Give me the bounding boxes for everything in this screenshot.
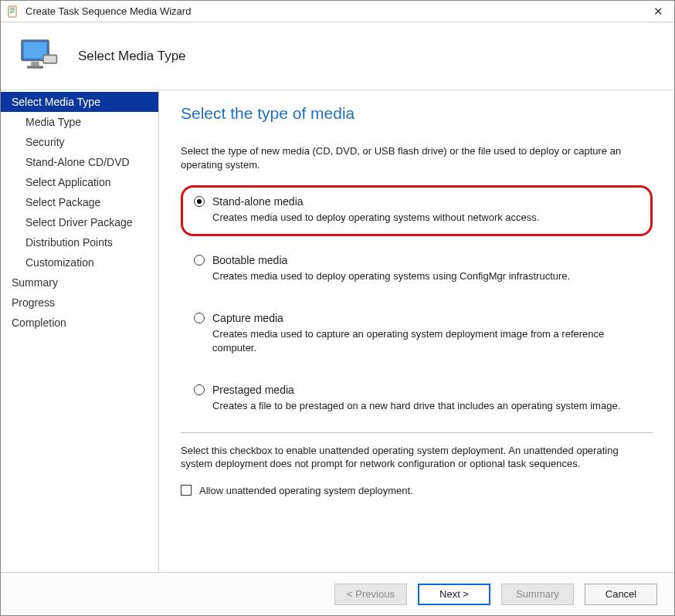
option-prestaged[interactable]: Prestaged media Creates a file to be pre…: [181, 374, 653, 425]
option-bootable-label: Bootable media: [212, 254, 287, 266]
step-select-media-type[interactable]: Select Media Type: [1, 92, 158, 112]
step-media-type[interactable]: Media Type: [1, 112, 158, 132]
wizard-footer: < Previous Next > Summary Cancel: [1, 572, 674, 615]
content-heading: Select the type of media: [181, 104, 653, 123]
option-prestaged-desc: Creates a file to be prestaged on a new …: [212, 399, 639, 413]
svg-rect-2: [10, 9, 15, 10]
radio-prestaged[interactable]: [194, 384, 205, 395]
option-prestaged-label: Prestaged media: [212, 384, 294, 396]
step-select-application[interactable]: Select Application: [1, 172, 158, 192]
close-button[interactable]: ✕: [649, 3, 668, 20]
radio-bootable[interactable]: [194, 255, 205, 266]
summary-button: Summary: [501, 584, 574, 605]
step-progress[interactable]: Progress: [1, 293, 158, 313]
option-standalone-desc: Creates media used to deploy operating s…: [212, 211, 639, 225]
wizard-steps-sidebar: Select Media Type Media Type Security St…: [1, 90, 159, 572]
wizard-doc-icon: [7, 5, 19, 18]
svg-rect-4: [10, 12, 13, 13]
step-standalone-cd-dvd[interactable]: Stand-Alone CD/DVD: [1, 152, 158, 172]
option-standalone-label: Stand-alone media: [212, 195, 304, 208]
next-button[interactable]: Next >: [418, 584, 490, 605]
previous-button: < Previous: [334, 584, 407, 605]
step-select-package[interactable]: Select Package: [1, 192, 158, 212]
media-type-radio-group: Stand-alone media Creates media used to …: [181, 185, 653, 425]
cancel-button[interactable]: Cancel: [585, 584, 657, 605]
step-distribution-points[interactable]: Distribution Points: [1, 232, 158, 252]
unattended-label: Allow unattended operating system deploy…: [199, 485, 413, 496]
radio-standalone[interactable]: [194, 196, 205, 207]
svg-rect-7: [31, 62, 39, 66]
step-completion[interactable]: Completion: [1, 313, 158, 333]
svg-rect-9: [43, 55, 57, 63]
unattended-checkbox[interactable]: [181, 485, 192, 496]
body-area: Select Media Type Media Type Security St…: [1, 90, 674, 572]
step-security[interactable]: Security: [1, 132, 158, 152]
step-customization[interactable]: Customization: [1, 252, 158, 272]
unattended-check-row[interactable]: Allow unattended operating system deploy…: [181, 485, 653, 496]
computer-monitor-icon: [16, 35, 59, 78]
option-bootable-desc: Creates media used to deploy operating s…: [212, 269, 639, 283]
step-select-driver-package[interactable]: Select Driver Package: [1, 212, 158, 232]
svg-rect-8: [27, 66, 43, 69]
titlebar: Create Task Sequence Media Wizard ✕: [1, 1, 674, 22]
step-summary[interactable]: Summary: [1, 272, 158, 293]
radio-capture[interactable]: [194, 313, 205, 323]
window-title: Create Task Sequence Media Wizard: [25, 5, 649, 17]
separator: [181, 432, 653, 433]
svg-rect-3: [10, 11, 15, 12]
option-capture-label: Capture media: [212, 312, 283, 324]
option-bootable[interactable]: Bootable media Creates media used to dep…: [181, 244, 653, 295]
unattended-intro: Select this checkbox to enable unattende…: [181, 444, 653, 471]
banner: Select Media Type: [1, 22, 674, 90]
option-capture[interactable]: Capture media Creates media used to capt…: [181, 302, 653, 366]
option-standalone[interactable]: Stand-alone media Creates media used to …: [181, 185, 653, 236]
content-intro: Select the type of new media (CD, DVD, o…: [181, 144, 653, 171]
content-panel: Select the type of media Select the type…: [159, 90, 674, 572]
option-capture-desc: Creates media used to capture an operati…: [212, 327, 639, 354]
page-title: Select Media Type: [78, 49, 186, 64]
svg-rect-1: [10, 8, 15, 8]
